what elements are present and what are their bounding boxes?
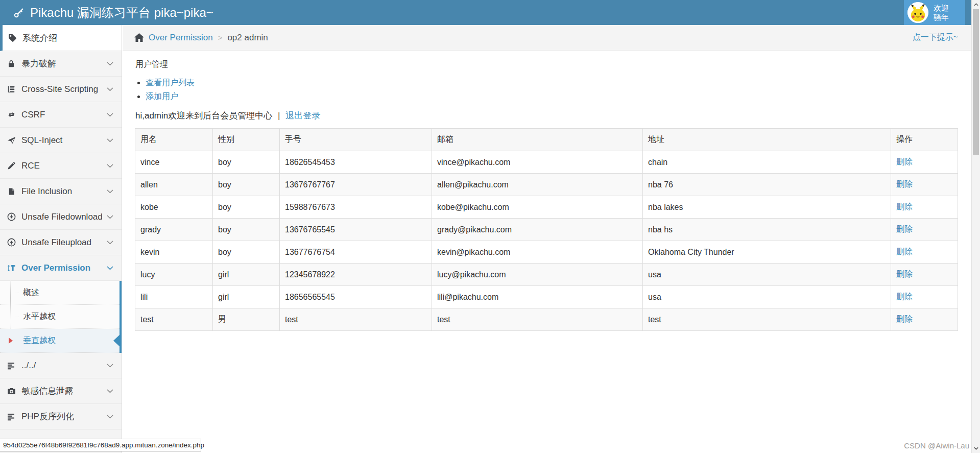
column-header: 用名 [135,129,213,151]
active-caret-icon [9,338,13,344]
sidebar-item-dir-traversal[interactable]: ../../ [0,353,122,378]
lock-icon [6,60,17,68]
table-row: kevin boy 13677676754 kevin@pikachu.com … [135,241,958,264]
sitemap-icon [6,85,17,93]
chevron-down-icon [107,364,113,368]
share-icon [6,111,17,118]
brand: Pikachu 漏洞练习平台 pika~pika~ [13,0,213,25]
cell-phone: 18626545453 [280,151,432,174]
breadcrumb-section-link[interactable]: Over Permission [149,33,213,43]
welcome-admin-text: hi,admin欢迎来到后台会员管理中心 [135,111,272,121]
scroll-down-button[interactable] [972,444,980,452]
delete-link[interactable]: 删除 [896,157,913,166]
welcome-admin-line: hi,admin欢迎来到后台会员管理中心 | 退出登录 [135,110,320,122]
cell-action: 删除 [891,264,958,286]
list-item: 查看用户列表 [146,76,195,89]
vertical-scrollbar[interactable] [971,0,980,453]
main-content: 用户管理 查看用户列表 添加用户 hi,admin欢迎来到后台会员管理中心 | … [123,51,971,439]
breadcrumb: Over Permission > op2 admin 点一下提示~ [123,25,971,51]
page-title: 用户管理 [135,59,168,70]
sidebar-item-csrf[interactable]: CSRF [0,102,122,128]
sidebar-subitem-horizontal[interactable]: 水平越权 [0,305,119,329]
cell-phone: 18656565545 [280,286,432,308]
cell-email: kobe@pikachu.com [432,196,643,219]
cell-gender: boy [213,219,280,241]
view-user-list-link[interactable]: 查看用户列表 [146,78,195,87]
sidebar-subitem-overview[interactable]: 概述 [0,281,119,305]
delete-link[interactable]: 删除 [896,225,913,233]
table-row: vince boy 18626545453 vince@pikachu.com … [135,151,958,174]
sidebar-item-info-leak[interactable]: 敏感信息泄露 [0,378,122,404]
cell-username: grady [135,219,213,241]
cell-phone: 13677676754 [280,241,432,264]
add-user-link[interactable]: 添加用户 [146,92,178,101]
chevron-down-icon [107,87,113,91]
status-url-tooltip: 954d0255e76f48b69f92681f9c768ad9.app.mit… [0,439,201,451]
delete-link[interactable]: 删除 [896,202,913,211]
app-title: Pikachu 漏洞练习平台 pika~pika~ [30,5,213,21]
sidebar-item-brute-force[interactable]: 暴力破解 [0,51,122,77]
sidebar-item-php-deserialize[interactable]: PHP反序列化 [0,404,122,430]
chevron-down-icon [107,266,113,270]
chevron-down-icon [107,113,113,117]
cell-email: kevin@pikachu.com [432,241,643,264]
column-header: 手号 [280,129,432,151]
cell-gender: boy [213,151,280,174]
cell-address: usa [643,264,891,286]
delete-link[interactable]: 删除 [896,247,913,256]
cell-address: usa [643,286,891,308]
text-height-icon [6,264,17,272]
cell-email: test [432,308,643,331]
cell-phone: 15988767673 [280,196,432,219]
delete-link[interactable]: 删除 [896,180,913,188]
delete-link[interactable]: 删除 [896,270,913,278]
cell-email: lucy@pikachu.com [432,264,643,286]
cell-action: 删除 [891,174,958,196]
pencil-icon [6,162,17,170]
scroll-up-button[interactable] [972,1,980,9]
sidebar-item-xss[interactable]: Cross-Site Scripting [0,77,122,102]
sidebar-item-sql-inject[interactable]: SQL-Inject [0,128,122,153]
app-window: Pikachu 漏洞练习平台 pika~pika~ [0,0,980,453]
cell-gender: boy [213,174,280,196]
delete-link[interactable]: 删除 [896,292,913,301]
cell-username: vince [135,151,213,174]
upload-circle-icon [6,238,17,247]
scrollbar-thumb[interactable] [973,9,979,155]
top-header: Pikachu 漏洞练习平台 pika~pika~ [0,0,980,25]
cell-username: allen [135,174,213,196]
cell-address: nba hs [643,219,891,241]
sidebar-subitem-vertical[interactable]: 垂直越权 [0,329,119,353]
user-panel[interactable]: 欢迎 骚年 [904,0,965,25]
cell-address: test [643,308,891,331]
table-header-row: 用名性别手号邮箱地址操作 [135,129,958,151]
sidebar-item-over-permission[interactable]: Over Permission [0,255,122,281]
table-row: kobe boy 15988767673 kobe@pikachu.com nb… [135,196,958,219]
cell-action: 删除 [891,308,958,331]
table-row: grady boy 13676765545 grady@pikachu.com … [135,219,958,241]
sidebar-item-rce[interactable]: RCE [0,153,122,179]
chevron-down-icon [107,389,113,393]
sidebar-item-system-intro[interactable]: 系统介绍 [0,25,122,51]
cell-phone: 13676765545 [280,219,432,241]
logout-link[interactable]: 退出登录 [285,111,320,121]
sidebar-item-file-inclusion[interactable]: File Inclusion [0,179,122,204]
sidebar-item-unsafe-filedownload[interactable]: Unsafe Filedownload [0,204,122,230]
cell-gender: boy [213,196,280,219]
cell-gender: girl [213,286,280,308]
key-icon [13,7,25,18]
chevron-down-icon [107,415,113,419]
chevron-down-icon [107,215,113,219]
plane-icon [6,136,17,144]
chevron-down-icon [107,241,113,245]
align-left-icon [6,413,17,421]
camera-icon [6,387,17,395]
align-left-icon [6,362,17,370]
cell-gender: girl [213,264,280,286]
sidebar-item-unsafe-fileupload[interactable]: Unsafe Fileupload [0,230,122,255]
cell-username: kevin [135,241,213,264]
hint-link[interactable]: 点一下提示~ [913,32,958,43]
list-item: 添加用户 [146,89,195,103]
cell-username: kobe [135,196,213,219]
delete-link[interactable]: 删除 [896,315,913,323]
